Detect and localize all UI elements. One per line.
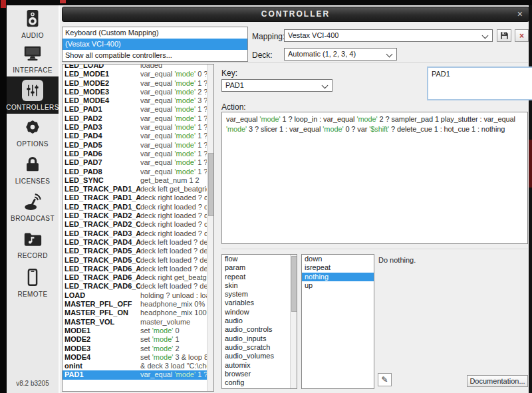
sidebar-item-interface[interactable]: INTERFACE: [7, 43, 59, 74]
scrollbar-thumb[interactable]: [208, 153, 214, 216]
key-row[interactable]: MODE4set 'mode' 3 & loop 8: [63, 353, 213, 362]
version-label: v8.2 b3205: [7, 380, 59, 387]
delete-x-icon: ×: [519, 31, 524, 41]
key-row[interactable]: LED_PAD8var_equal 'mode' 1 ? lo: [63, 168, 213, 176]
lock-icon: [23, 154, 43, 174]
key-row[interactable]: MODE3set 'mode' 2: [63, 344, 213, 353]
key-label: Key:: [221, 68, 237, 78]
key-row[interactable]: LED_PAD7var_equal 'mode' 1 ? lo: [63, 158, 213, 167]
script-category-item[interactable]: param: [222, 263, 297, 272]
script-verb-item[interactable]: up: [302, 281, 374, 290]
script-category-item[interactable]: audio: [222, 317, 297, 325]
script-category-list[interactable]: flowparamrepeatskinsystemvariableswindow…: [221, 254, 297, 389]
script-category-item[interactable]: skin: [222, 281, 297, 290]
controller-list-item[interactable]: Show all compatible controllers...: [63, 50, 247, 61]
sidebar-item-broadcast[interactable]: BROADCAST: [7, 192, 59, 222]
key-row[interactable]: LOADholding ? unload : load: [63, 291, 213, 300]
key-row[interactable]: LED_TRACK_PAD5_A_Ldeck left loaded ? dec…: [63, 247, 213, 255]
key-row[interactable]: LED_TRACK_PAD5_C_Ldeck left loaded ? dec…: [63, 256, 213, 265]
chevron-down-icon: [386, 51, 393, 58]
key-row[interactable]: LED_PAD6var_equal 'mode' 1 ? lo: [63, 150, 213, 158]
key-row[interactable]: MODE2set 'mode' 1: [63, 335, 213, 344]
key-row[interactable]: LED_TRACK_PAD2_A_Rdeck right loaded ? de: [63, 211, 213, 220]
speaker-icon: [23, 9, 43, 29]
script-category-item[interactable]: window: [222, 308, 297, 317]
controller-list-item[interactable]: Keyboard (Custom Mapping): [63, 27, 247, 39]
edit-button[interactable]: ✎: [378, 373, 392, 386]
scrollbar-thumb[interactable]: [291, 256, 297, 312]
key-row[interactable]: LED_TRACK_PAD2_C_Rdeck right loaded ? de: [63, 220, 213, 229]
script-verb-list[interactable]: downisrepeatnothingup: [301, 254, 374, 389]
script-verb-item[interactable]: isrepeat: [302, 263, 374, 272]
key-row[interactable]: MASTER_VOLmaster_volume: [63, 318, 213, 327]
script-verb-item[interactable]: nothing: [302, 273, 374, 281]
key-row[interactable]: LED_PAD3var_equal 'mode' 1 ? lo: [63, 123, 213, 132]
sidebar-label: REMOTE: [17, 291, 47, 298]
sidebar-item-controllers[interactable]: CONTROLLERS: [7, 76, 59, 114]
sidebar-item-licenses[interactable]: LICENSES: [7, 154, 59, 185]
key-row[interactable]: MASTER_PFL_OFFheadphone_mix 0%: [63, 300, 213, 309]
documentation-button[interactable]: Documentation...: [467, 375, 528, 387]
key-row[interactable]: LED_TRACK_PAD1_C_Rdeck right loaded ? de: [63, 203, 213, 211]
deck-dropdown[interactable]: Automatic (1, 2, 3, 4): [284, 48, 397, 61]
sidebar-item-options[interactable]: OPTIONS: [7, 117, 59, 148]
key-row[interactable]: LED_LOADloaded: [63, 64, 213, 70]
controller-list-item[interactable]: (Vestax VCI-400): [63, 39, 247, 50]
key-row[interactable]: MODE1set 'mode' 0: [63, 327, 213, 335]
deck-label: Deck:: [252, 51, 273, 60]
sidebar-item-record[interactable]: RECORD: [7, 229, 59, 259]
script-category-item[interactable]: audio_inputs: [222, 334, 297, 343]
key-row[interactable]: LED_TRACK_PAD1_A_Ldeck left get_beatgrid…: [63, 185, 213, 194]
key-row[interactable]: LED_MODE2var_equal 'mode' 1 ? o: [63, 79, 213, 88]
key-row[interactable]: LED_PAD4var_equal 'mode' 1 ? lo: [63, 132, 213, 140]
key-row[interactable]: LED_TRACK_PAD6_A_Rdeck right get_beatgri…: [63, 273, 213, 282]
controller-dialog: AUDIO INTERFACE CO: [0, 0, 532, 393]
script-category-item[interactable]: repeat: [222, 273, 297, 281]
close-icon[interactable]: ×: [517, 7, 523, 21]
window-edge-right: [529, 5, 532, 393]
script-category-item[interactable]: browser: [222, 370, 297, 378]
script-category-item[interactable]: variables: [222, 299, 297, 307]
action-label: Action:: [221, 102, 246, 112]
key-row[interactable]: MASTER_PFL_ONheadphone_mix 100%: [63, 309, 213, 317]
key-mapping-list[interactable]: LED_LOADloadedLED_MODE1var_equal 'mode' …: [62, 64, 214, 392]
sidebar-item-remote[interactable]: REMOTE: [7, 267, 59, 298]
key-row[interactable]: LED_MODE1var_equal 'mode' 0 ? o: [63, 70, 213, 78]
chevron-down-icon: [482, 33, 489, 39]
controller-listbox[interactable]: Keyboard (Custom Mapping)(Vestax VCI-400…: [62, 27, 248, 62]
mapping-dropdown[interactable]: Vestax VCI-400: [284, 29, 493, 42]
delete-mapping-button[interactable]: ×: [515, 29, 529, 42]
key-row[interactable]: LED_MODE3var_equal 'mode' 2 ? o: [63, 88, 213, 96]
background-app-accent: [529, 140, 532, 188]
script-verb-item[interactable]: down: [302, 255, 374, 263]
key-row[interactable]: onint& deck 3 load "C:\chea: [63, 362, 213, 370]
script-category-item[interactable]: audio_controls: [222, 325, 297, 334]
sidebar-item-audio[interactable]: AUDIO: [7, 9, 59, 39]
action-script-editor[interactable]: var_equal 'mode' 1 ? loop_in : var_equal…: [221, 112, 528, 244]
key-row[interactable]: LED_MODE4var_equal 'mode' 3 ? o: [63, 96, 213, 105]
key-row[interactable]: LED_PAD5var_equal 'mode' 1 ? lo: [63, 141, 213, 150]
key-row[interactable]: PAD1var_equal 'mode' 1 ? lo: [63, 370, 213, 379]
save-mapping-button[interactable]: [497, 29, 511, 42]
key-row[interactable]: LED_TRACK_PAD1_A_Rdeck right loaded ? de: [63, 194, 213, 202]
key-list-scrollbar[interactable]: [207, 65, 213, 391]
key-row[interactable]: LED_SYNCget_beat_num 1 2: [63, 176, 213, 185]
script-category-item[interactable]: audio_volumes: [222, 352, 297, 360]
script-category-item[interactable]: flow: [222, 255, 297, 263]
key-row[interactable]: LED_TRACK_PAD4_A_Ldeck left loaded ? dec…: [63, 238, 213, 247]
script-category-item[interactable]: config: [222, 378, 297, 387]
key-row[interactable]: LED_TRACK_PAD6_C_Ldeck left loaded ? dec…: [63, 282, 213, 291]
key-dropdown[interactable]: PAD1: [221, 79, 332, 92]
script-category-item[interactable]: audio_scratch: [222, 343, 297, 352]
key-learn-box[interactable]: PAD1: [427, 66, 532, 100]
category-list-scrollbar[interactable]: [290, 255, 297, 388]
script-category-item[interactable]: automix: [222, 361, 297, 370]
sidebar-label: CONTROLLERS: [6, 104, 59, 111]
key-row[interactable]: LED_TRACK_PAD6_A_Ldeck left loaded ? dec…: [63, 265, 213, 273]
dialog-titlebar: CONTROLLER ×: [62, 7, 529, 22]
settings-sidebar: AUDIO INTERFACE CO: [7, 5, 60, 393]
script-category-item[interactable]: system: [222, 290, 297, 299]
key-row[interactable]: LED_PAD1var_equal 'mode' 1 ? lo: [63, 105, 213, 114]
key-row[interactable]: LED_PAD2var_equal 'mode' 1 ? lo: [63, 114, 213, 123]
key-row[interactable]: LED_TRACK_PAD3_A_Rdeck right loaded ? de: [63, 229, 213, 238]
